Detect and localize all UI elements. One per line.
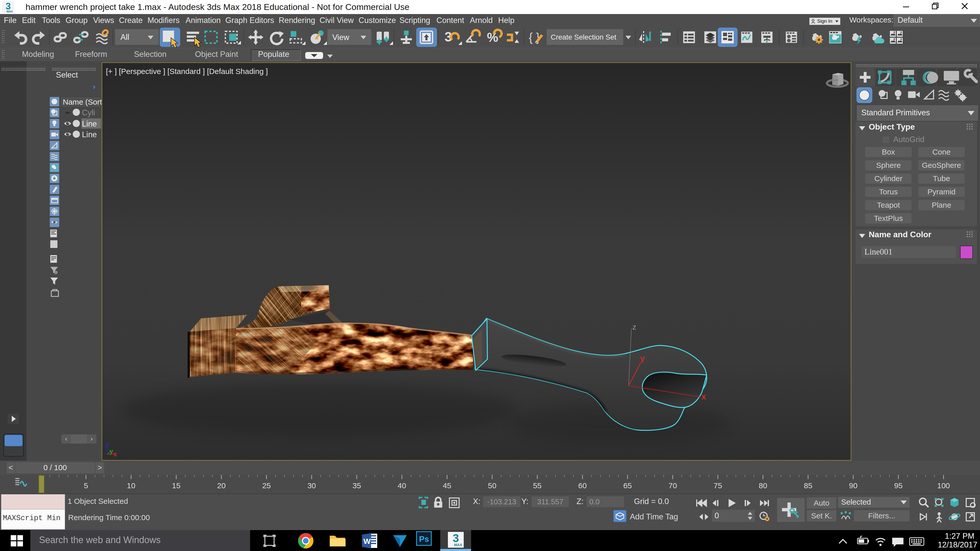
svg-text:20: 20 [217, 481, 226, 490]
svg-text:x: x [701, 392, 706, 401]
svg-text:95: 95 [894, 481, 902, 490]
svg-text:30: 30 [307, 481, 316, 490]
svg-text:MAX: MAX [454, 543, 462, 547]
svg-text:60: 60 [578, 481, 587, 490]
svg-text:Create Selection Set: Create Selection Set [551, 33, 616, 41]
svg-text:35: 35 [352, 481, 361, 490]
svg-text:All: All [121, 33, 129, 41]
svg-text:5: 5 [84, 481, 88, 490]
svg-text:100: 100 [937, 481, 950, 490]
svg-text:View: View [332, 33, 349, 42]
svg-text:Cyli: Cyli [82, 108, 95, 117]
svg-text:70: 70 [668, 481, 677, 490]
svg-text:25: 25 [262, 481, 271, 490]
svg-text:90: 90 [849, 481, 858, 490]
svg-text:75: 75 [714, 481, 722, 490]
svg-text:x: x [113, 450, 117, 458]
svg-text:Line: Line [82, 119, 97, 128]
svg-text:40: 40 [398, 481, 406, 490]
svg-text:z: z [106, 441, 109, 448]
svg-text:65: 65 [623, 481, 632, 490]
svg-text:45: 45 [443, 481, 451, 490]
svg-text:50: 50 [488, 481, 496, 490]
svg-text:3: 3 [453, 532, 459, 545]
svg-text:y: y [640, 353, 645, 363]
svg-text:10: 10 [127, 481, 135, 490]
svg-text:[+ ] [Perspective ] [Standa: [+ ] [Perspective ] [Standard ] [Default… [106, 67, 268, 76]
svg-text:%: % [487, 30, 498, 44]
svg-text:MAX: MAX [6, 10, 13, 13]
svg-text:80: 80 [759, 481, 767, 490]
svg-text:15: 15 [172, 481, 180, 490]
svg-text:z: z [632, 323, 636, 331]
svg-text:85: 85 [804, 481, 812, 490]
svg-text:FRONT: FRONT [832, 79, 839, 81]
svg-text:W: W [363, 537, 371, 545]
svg-text:Line: Line [82, 130, 97, 139]
svg-text:55: 55 [533, 481, 542, 490]
svg-text:Ps: Ps [419, 534, 429, 544]
